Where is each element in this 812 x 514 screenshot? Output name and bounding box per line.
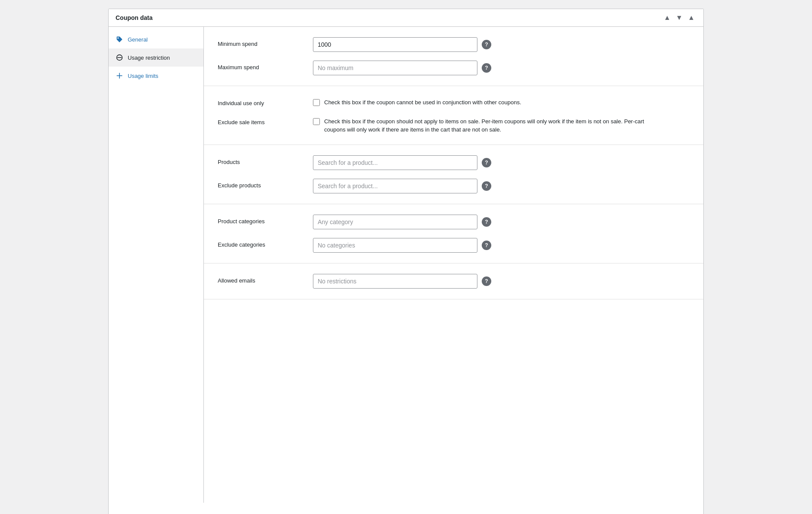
exclude-sale-row: Exclude sale items Check this box if the… (218, 116, 690, 134)
collapse-down-button[interactable]: ▼ (674, 13, 684, 22)
exclude-sale-description: Check this box if the coupon should not … (324, 117, 653, 134)
allowed-emails-label: Allowed emails (218, 274, 304, 284)
exclude-categories-help-icon[interactable]: ? (482, 241, 491, 250)
allowed-emails-help-icon[interactable]: ? (482, 276, 491, 286)
exclude-categories-field-wrap: ? (313, 238, 690, 253)
products-help-icon[interactable]: ? (482, 158, 491, 167)
maximum-spend-label: Maximum spend (218, 61, 304, 71)
main-content: Minimum spend ? Maximum spend ? (204, 27, 703, 503)
maximum-spend-field-wrap: ? (313, 61, 690, 75)
emails-section: Allowed emails ? (204, 263, 703, 299)
individual-use-description: Check this box if the coupon cannot be u… (324, 98, 521, 107)
products-section: Products ? Exclude products ? (204, 145, 703, 204)
products-input[interactable] (313, 155, 477, 170)
exclude-products-field-wrap: ? (313, 179, 690, 193)
maximum-spend-row: Maximum spend ? (218, 61, 690, 75)
exclude-products-help-icon[interactable]: ? (482, 181, 491, 191)
individual-use-field-wrap: Check this box if the coupon cannot be u… (313, 96, 690, 107)
coupon-panel: Coupon data ▲ ▼ ▲ General (108, 9, 704, 514)
allowed-emails-input[interactable] (313, 274, 477, 289)
spend-section: Minimum spend ? Maximum spend ? (204, 27, 703, 86)
sidebar-item-general[interactable]: General (109, 30, 203, 48)
panel-title: Coupon data (116, 14, 153, 21)
header-controls: ▲ ▼ ▲ (662, 13, 696, 22)
exclude-categories-input[interactable] (313, 238, 477, 253)
sidebar: General Usage restriction (109, 27, 204, 503)
exclude-sale-field-wrap: Check this box if the coupon should not … (313, 116, 690, 134)
products-row: Products ? (218, 155, 690, 170)
product-categories-help-icon[interactable]: ? (482, 217, 491, 227)
toggle-button[interactable]: ▲ (686, 13, 696, 22)
exclude-categories-label: Exclude categories (218, 238, 304, 248)
individual-use-checkbox[interactable] (313, 99, 320, 106)
minimum-spend-input[interactable] (313, 37, 477, 52)
minimum-spend-row: Minimum spend ? (218, 37, 690, 52)
exclude-products-label: Exclude products (218, 179, 304, 189)
minimum-spend-help-icon[interactable]: ? (482, 40, 491, 49)
product-categories-row: Product categories ? (218, 215, 690, 229)
allowed-emails-field-wrap: ? (313, 274, 690, 289)
exclude-sale-label: Exclude sale items (218, 116, 304, 125)
maximum-spend-help-icon[interactable]: ? (482, 63, 491, 73)
maximum-spend-input[interactable] (313, 61, 477, 75)
exclude-sale-checkbox-wrap: Check this box if the coupon should not … (313, 116, 653, 134)
collapse-up-button[interactable]: ▲ (662, 13, 672, 22)
product-categories-label: Product categories (218, 215, 304, 225)
individual-use-row: Individual use only Check this box if th… (218, 96, 690, 107)
svg-point-4 (119, 75, 120, 76)
sidebar-label-general: General (128, 36, 148, 43)
panel-header: Coupon data ▲ ▼ ▲ (109, 9, 703, 27)
allowed-emails-row: Allowed emails ? (218, 274, 690, 289)
sidebar-item-usage-limits[interactable]: Usage limits (109, 67, 203, 85)
products-field-wrap: ? (313, 155, 690, 170)
individual-use-checkbox-wrap: Check this box if the coupon cannot be u… (313, 96, 521, 107)
ban-icon (116, 54, 123, 61)
individual-use-label: Individual use only (218, 96, 304, 106)
exclude-categories-row: Exclude categories ? (218, 238, 690, 253)
product-categories-input[interactable] (313, 215, 477, 229)
minimum-spend-field-wrap: ? (313, 37, 690, 52)
sidebar-label-usage-limits: Usage limits (128, 73, 158, 79)
categories-section: Product categories ? Exclude categories … (204, 204, 703, 263)
exclude-products-input[interactable] (313, 179, 477, 193)
panel-body: General Usage restriction (109, 27, 703, 503)
products-label: Products (218, 155, 304, 165)
plus-icon (116, 72, 123, 80)
sidebar-item-usage-restriction[interactable]: Usage restriction (109, 48, 203, 67)
exclude-sale-checkbox[interactable] (313, 118, 320, 125)
product-categories-field-wrap: ? (313, 215, 690, 229)
tag-icon (116, 35, 123, 43)
sidebar-label-usage-restriction: Usage restriction (128, 55, 170, 61)
use-section: Individual use only Check this box if th… (204, 86, 703, 145)
exclude-products-row: Exclude products ? (218, 179, 690, 193)
minimum-spend-label: Minimum spend (218, 37, 304, 47)
